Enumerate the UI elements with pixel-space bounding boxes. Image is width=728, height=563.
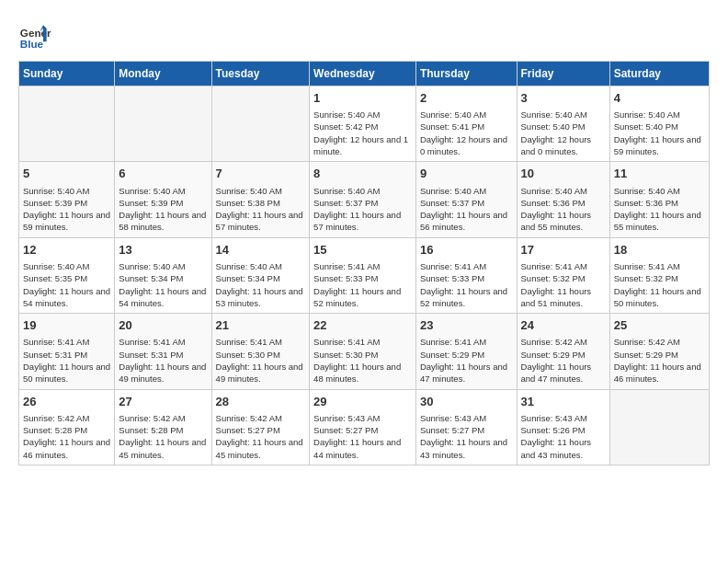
calendar-cell: 19Sunrise: 5:41 AMSunset: 5:31 PMDayligh… xyxy=(19,314,115,389)
calendar-cell: 14Sunrise: 5:40 AMSunset: 5:34 PMDayligh… xyxy=(211,237,310,313)
sunrise-text: Sunrise: 5:40 AM xyxy=(420,109,486,120)
daylight-text: Daylight: 11 hours and 45 minutes. xyxy=(119,437,206,459)
sunset-text: Sunset: 5:29 PM xyxy=(614,350,678,360)
daylight-text: Daylight: 11 hours and 52 minutes. xyxy=(420,286,507,308)
sunrise-text: Sunrise: 5:41 AM xyxy=(313,337,380,347)
daylight-text: Daylight: 11 hours and 57 minutes. xyxy=(216,210,303,232)
day-number: 21 xyxy=(216,317,306,334)
daylight-text: Daylight: 11 hours and 52 minutes. xyxy=(313,286,401,308)
daylight-text: Daylight: 11 hours and 49 minutes. xyxy=(216,362,303,384)
sunset-text: Sunset: 5:29 PM xyxy=(420,350,484,360)
sunrise-text: Sunrise: 5:40 AM xyxy=(313,186,380,196)
sunrise-text: Sunrise: 5:40 AM xyxy=(119,186,185,196)
daylight-text: Daylight: 11 hours and 47 minutes. xyxy=(420,362,507,384)
calendar-cell: 20Sunrise: 5:41 AMSunset: 5:31 PMDayligh… xyxy=(115,314,211,389)
daylight-text: Daylight: 11 hours and 46 minutes. xyxy=(23,437,110,459)
day-number: 11 xyxy=(614,166,705,182)
logo: General Blue xyxy=(18,18,51,52)
sunrise-text: Sunrise: 5:41 AM xyxy=(420,261,486,271)
sunrise-text: Sunrise: 5:41 AM xyxy=(614,261,680,271)
day-number: 13 xyxy=(119,242,207,259)
page-header: General Blue xyxy=(18,18,710,52)
calendar-cell xyxy=(609,389,709,465)
daylight-text: Daylight: 11 hours and 54 minutes. xyxy=(23,286,110,308)
day-number: 30 xyxy=(420,394,513,410)
sunrise-text: Sunrise: 5:41 AM xyxy=(23,337,89,347)
calendar-cell: 5Sunrise: 5:40 AMSunset: 5:39 PMDaylight… xyxy=(19,162,115,237)
calendar-cell: 21Sunrise: 5:41 AMSunset: 5:30 PMDayligh… xyxy=(211,314,310,389)
daylight-text: Daylight: 11 hours and 48 minutes. xyxy=(313,362,401,384)
daylight-text: Daylight: 12 hours and 1 minute. xyxy=(313,134,408,156)
sunrise-text: Sunrise: 5:42 AM xyxy=(216,413,282,423)
sunset-text: Sunset: 5:41 PM xyxy=(420,121,484,132)
daylight-text: Daylight: 12 hours and 0 minutes. xyxy=(420,134,507,156)
sunset-text: Sunset: 5:32 PM xyxy=(614,273,678,283)
svg-text:Blue: Blue xyxy=(20,38,44,50)
sunset-text: Sunset: 5:42 PM xyxy=(313,121,378,132)
calendar-cell: 1Sunrise: 5:40 AMSunset: 5:42 PMDaylight… xyxy=(310,86,416,162)
calendar-cell: 27Sunrise: 5:42 AMSunset: 5:28 PMDayligh… xyxy=(115,389,211,465)
calendar-cell: 16Sunrise: 5:41 AMSunset: 5:33 PMDayligh… xyxy=(415,237,517,313)
logo-icon: General Blue xyxy=(18,18,51,52)
calendar-cell: 11Sunrise: 5:40 AMSunset: 5:36 PMDayligh… xyxy=(609,162,709,237)
weekday-header-tuesday: Tuesday xyxy=(211,62,310,86)
daylight-text: Daylight: 11 hours and 50 minutes. xyxy=(23,362,110,384)
sunrise-text: Sunrise: 5:40 AM xyxy=(614,109,680,120)
day-number: 25 xyxy=(614,317,705,334)
sunset-text: Sunset: 5:30 PM xyxy=(313,350,378,360)
daylight-text: Daylight: 11 hours and 43 minutes. xyxy=(420,437,507,459)
calendar-week-row: 19Sunrise: 5:41 AMSunset: 5:31 PMDayligh… xyxy=(19,314,710,389)
calendar-cell: 30Sunrise: 5:43 AMSunset: 5:27 PMDayligh… xyxy=(415,389,517,465)
sunset-text: Sunset: 5:27 PM xyxy=(216,425,280,435)
sunrise-text: Sunrise: 5:43 AM xyxy=(420,413,486,423)
calendar-cell: 26Sunrise: 5:42 AMSunset: 5:28 PMDayligh… xyxy=(19,389,115,465)
sunrise-text: Sunrise: 5:41 AM xyxy=(313,261,380,271)
sunset-text: Sunset: 5:38 PM xyxy=(216,198,280,208)
sunset-text: Sunset: 5:31 PM xyxy=(119,350,183,360)
weekday-header-friday: Friday xyxy=(517,62,609,86)
calendar-cell: 22Sunrise: 5:41 AMSunset: 5:30 PMDayligh… xyxy=(310,314,416,389)
day-number: 20 xyxy=(119,317,207,334)
daylight-text: Daylight: 11 hours and 50 minutes. xyxy=(614,286,701,308)
sunset-text: Sunset: 5:27 PM xyxy=(313,425,378,435)
sunset-text: Sunset: 5:30 PM xyxy=(216,350,280,360)
day-number: 9 xyxy=(420,166,513,182)
weekday-header-thursday: Thursday xyxy=(415,62,517,86)
sunrise-text: Sunrise: 5:40 AM xyxy=(119,261,185,271)
sunrise-text: Sunrise: 5:42 AM xyxy=(521,337,587,347)
sunrise-text: Sunrise: 5:40 AM xyxy=(521,109,587,120)
calendar-cell xyxy=(115,86,211,162)
day-number: 4 xyxy=(614,90,705,107)
sunset-text: Sunset: 5:34 PM xyxy=(216,273,280,283)
daylight-text: Daylight: 11 hours and 51 minutes. xyxy=(521,286,592,308)
sunset-text: Sunset: 5:39 PM xyxy=(23,198,87,208)
calendar-cell: 12Sunrise: 5:40 AMSunset: 5:35 PMDayligh… xyxy=(19,237,115,313)
sunrise-text: Sunrise: 5:41 AM xyxy=(420,337,486,347)
sunset-text: Sunset: 5:34 PM xyxy=(119,273,183,283)
calendar-cell: 28Sunrise: 5:42 AMSunset: 5:27 PMDayligh… xyxy=(211,389,310,465)
sunset-text: Sunset: 5:26 PM xyxy=(521,425,586,435)
daylight-text: Daylight: 11 hours and 57 minutes. xyxy=(313,210,401,232)
calendar-table: SundayMondayTuesdayWednesdayThursdayFrid… xyxy=(18,61,710,465)
calendar-week-row: 1Sunrise: 5:40 AMSunset: 5:42 PMDaylight… xyxy=(19,86,710,162)
sunset-text: Sunset: 5:27 PM xyxy=(420,425,484,435)
daylight-text: Daylight: 11 hours and 56 minutes. xyxy=(420,210,507,232)
sunrise-text: Sunrise: 5:42 AM xyxy=(119,413,185,423)
calendar-cell xyxy=(19,86,115,162)
calendar-cell xyxy=(211,86,310,162)
daylight-text: Daylight: 11 hours and 46 minutes. xyxy=(614,362,701,384)
sunset-text: Sunset: 5:33 PM xyxy=(313,273,378,283)
calendar-week-row: 26Sunrise: 5:42 AMSunset: 5:28 PMDayligh… xyxy=(19,389,710,465)
weekday-header-monday: Monday xyxy=(115,62,211,86)
calendar-cell: 13Sunrise: 5:40 AMSunset: 5:34 PMDayligh… xyxy=(115,237,211,313)
sunset-text: Sunset: 5:36 PM xyxy=(614,198,678,208)
calendar-cell: 2Sunrise: 5:40 AMSunset: 5:41 PMDaylight… xyxy=(415,86,517,162)
daylight-text: Daylight: 11 hours and 59 minutes. xyxy=(23,210,110,232)
day-number: 3 xyxy=(521,90,606,107)
day-number: 10 xyxy=(521,166,606,182)
day-number: 23 xyxy=(420,317,513,334)
sunrise-text: Sunrise: 5:40 AM xyxy=(420,186,486,196)
sunset-text: Sunset: 5:40 PM xyxy=(521,121,586,132)
day-number: 7 xyxy=(216,166,306,182)
day-number: 14 xyxy=(216,242,306,259)
